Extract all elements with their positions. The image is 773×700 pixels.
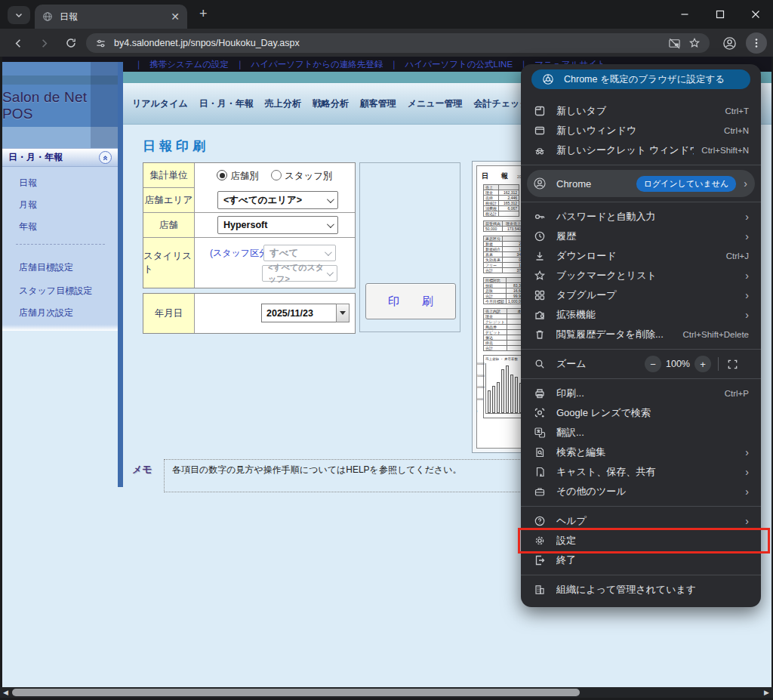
printer-icon <box>533 387 547 399</box>
nav-item-customers[interactable]: 顧客管理 <box>360 97 396 110</box>
window-minimize-button[interactable] <box>667 0 702 29</box>
scroll-right-arrow-icon[interactable]: ▶ <box>764 687 769 698</box>
chevron-right-icon: › <box>745 516 749 526</box>
nav-item-menu-mgmt[interactable]: メニュー管理 <box>408 97 463 110</box>
sidebar-item-yearly-report[interactable]: 年報 <box>19 220 37 233</box>
report-chart-bar <box>506 365 509 413</box>
menu-item-clear-browsing-data[interactable]: 閲覧履歴データを削除... Ctrl+Shift+Delete <box>521 325 761 344</box>
menu-three-dots-button[interactable] <box>746 32 767 54</box>
menu-item-print[interactable]: 印刷... Ctrl+P <box>521 384 761 403</box>
menu-item-incognito[interactable]: 新しいシークレット ウィンドウ Ctrl+Shift+N <box>521 140 761 160</box>
menu-item-managed[interactable]: 組織によって管理されています <box>521 580 761 600</box>
menu-item-extensions[interactable]: 拡張機能 › <box>521 305 761 325</box>
profile-circle-icon <box>533 177 547 190</box>
sidebar-header-label: 日・月・年報 <box>8 151 63 164</box>
document-search-icon <box>533 446 547 458</box>
fullscreen-icon[interactable] <box>725 359 739 370</box>
window-close-button[interactable] <box>738 0 773 29</box>
chevron-right-icon: › <box>744 178 747 189</box>
zoom-in-button[interactable]: + <box>694 356 711 372</box>
url-text[interactable]: by4.salondenet.jp/snpos/Houkoku_Day.aspx <box>114 38 661 48</box>
menu-item-new-tab[interactable]: 新しいタブ Ctrl+T <box>521 101 761 121</box>
report-chart-bar <box>501 369 504 413</box>
menu-item-new-window[interactable]: 新しいウィンドウ Ctrl+N <box>521 121 761 140</box>
top-link-line[interactable]: ハイパーソフトの公式LINE <box>405 59 513 70</box>
menu-item-tab-groups[interactable]: タブグループ › <box>521 285 761 305</box>
menu-item-exit[interactable]: 終了 <box>521 550 761 570</box>
report-chart-bar <box>497 382 500 413</box>
sidebar-item-staff-goal[interactable]: スタッフ目標設定 <box>19 285 92 298</box>
menu-item-passwords[interactable]: パスワードと自動入力 › <box>521 207 761 227</box>
menu-item-find-edit[interactable]: 検索と編集 › <box>521 443 761 462</box>
report-mini-table: 前受残高現金売上50,000173,540 <box>483 220 523 232</box>
nav-item-sales[interactable]: 売上分析 <box>265 97 301 110</box>
menu-item-translate[interactable]: 翻訳... <box>521 423 761 443</box>
tab-search-button[interactable] <box>8 6 30 24</box>
menu-item-history[interactable]: 履歴 › <box>521 227 761 246</box>
menu-item-bookmarks[interactable]: ブックマークとリスト › <box>521 266 761 285</box>
menu-item-help[interactable]: ヘルプ › <box>521 511 761 531</box>
site-settings-icon[interactable] <box>95 38 106 49</box>
menu-item-more-tools[interactable]: その他のツール › <box>521 482 761 501</box>
zoom-out-button[interactable]: − <box>645 356 661 372</box>
staff-select[interactable]: <すべてのスタッフ> <box>262 265 337 282</box>
tab-close-icon[interactable]: ✕ <box>171 11 180 22</box>
bookmark-star-icon[interactable] <box>688 37 701 49</box>
nav-item-strategy[interactable]: 戦略分析 <box>313 97 349 110</box>
chevron-down-icon <box>14 11 23 20</box>
page-title: 日報印刷 <box>143 137 209 155</box>
chevron-right-icon: › <box>745 231 749 242</box>
browser-tab[interactable]: 日報 ✕ <box>35 5 187 29</box>
incognito-icon <box>533 144 547 156</box>
nav-item-reports[interactable]: 日・月・年報 <box>199 97 254 110</box>
sidebar-divider <box>16 244 105 245</box>
print-report-button[interactable]: 印 刷 <box>365 283 456 319</box>
new-tab-button[interactable]: + <box>199 6 208 22</box>
store-area-select[interactable]: <すべてのエリア> <box>217 191 338 209</box>
date-table: 年月日 2025/11/23 <box>143 293 356 334</box>
top-link-mobile-settings[interactable]: 携帯システムの設定 <box>149 59 229 70</box>
forward-button[interactable] <box>35 34 53 52</box>
address-bar[interactable]: by4.salondenet.jp/snpos/Houkoku_Day.aspx <box>86 33 710 53</box>
sidebar-item-monthly-report[interactable]: 月報 <box>19 199 37 211</box>
menu-divider <box>521 349 761 350</box>
scroll-left-arrow-icon[interactable]: ◀ <box>3 687 8 698</box>
sidebar-main-divider <box>118 62 123 487</box>
collapse-icon[interactable] <box>99 151 112 164</box>
date-input[interactable]: 2025/11/23 <box>261 304 337 322</box>
scrollbar-thumb[interactable] <box>12 689 580 696</box>
radio-by-staff[interactable]: スタッフ別 <box>271 168 333 183</box>
date-dropdown-button[interactable] <box>336 304 350 322</box>
reload-button[interactable] <box>62 34 80 52</box>
window-maximize-button[interactable] <box>702 0 738 29</box>
horizontal-scrollbar[interactable]: ◀ ▶ <box>0 687 773 698</box>
chevron-down-icon <box>327 196 334 203</box>
chevron-right-icon: › <box>745 467 749 477</box>
profile-avatar-icon[interactable] <box>720 34 738 52</box>
chevron-right-icon: › <box>745 270 749 281</box>
back-button[interactable] <box>9 34 27 52</box>
radio-unselected-icon[interactable] <box>271 170 282 180</box>
menu-item-google-lens[interactable]: Google レンズで検索 <box>521 403 761 423</box>
radio-by-store[interactable]: 店舗別 <box>217 168 259 183</box>
picture-in-picture-blocked-icon[interactable] <box>668 37 681 50</box>
sidebar-item-store-goal[interactable]: 店舗目標設定 <box>19 261 73 274</box>
radio-selected-icon[interactable] <box>217 170 227 180</box>
zoom-level: 100% <box>661 359 694 369</box>
nav-item-realtime[interactable]: リアルタイム <box>132 97 188 110</box>
menu-item-cast-save-share[interactable]: キャスト、保存、共有 › <box>521 462 761 482</box>
sidebar-header[interactable]: 日・月・年報 <box>2 148 118 167</box>
key-icon <box>533 211 547 223</box>
globe-favicon-icon <box>42 11 53 22</box>
top-link-contact[interactable]: ハイパーソフトからの連絡先登録 <box>251 59 383 70</box>
staff-class-select[interactable]: すべて <box>263 245 336 261</box>
menu-item-downloads[interactable]: ダウンロード Ctrl+J <box>521 246 761 266</box>
menu-item-chrome-signin[interactable]: Chrome ログインしていません › <box>527 170 755 197</box>
set-default-browser-button[interactable]: Chrome を既定のブラウザに設定する <box>531 69 750 89</box>
menu-item-settings[interactable]: 設定 <box>521 531 761 550</box>
sidebar-item-daily-report[interactable]: 日報 <box>19 177 37 190</box>
sidebar-item-store-monthly[interactable]: 店舗月次設定 <box>19 307 73 319</box>
site-logo: Salon de Net POS <box>2 89 118 122</box>
browser-window: 日報 ✕ + by4. <box>0 0 773 700</box>
store-select[interactable]: Hypersoft <box>217 216 338 234</box>
